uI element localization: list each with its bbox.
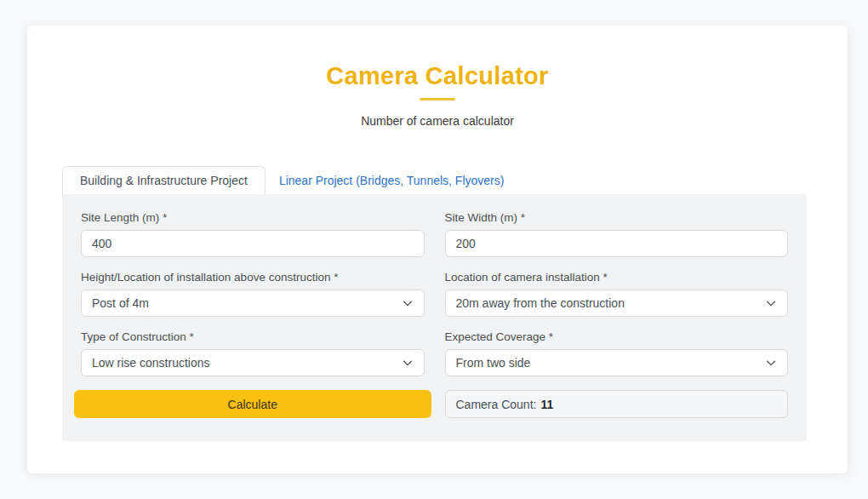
camera-count-label: Camera Count:	[456, 398, 537, 411]
chevron-down-icon	[402, 297, 414, 309]
expected-coverage-label: Expected Coverage *	[445, 330, 789, 343]
tab-building-infrastructure[interactable]: Building & Infrastructure Project	[62, 166, 266, 194]
tab-bar: Building & Infrastructure Project Linear…	[62, 166, 517, 194]
title-underline	[420, 98, 455, 100]
installation-height-select[interactable]: Post of 4m	[81, 290, 425, 317]
field-site-width: Site Width (m) *	[445, 211, 789, 257]
page-subtitle: Number of camera calculator	[27, 114, 848, 128]
calculate-button[interactable]: Calculate	[74, 390, 431, 418]
tab-linear-project[interactable]: Linear Project (Bridges, Tunnels, Flyove…	[266, 166, 518, 194]
expected-coverage-select[interactable]: From two side	[445, 349, 789, 376]
site-length-input[interactable]	[81, 230, 425, 257]
page-title: Camera Calculator	[27, 61, 848, 90]
field-construction-type: Type of Construction * Low rise construc…	[81, 330, 425, 376]
chevron-down-icon	[402, 357, 414, 369]
field-installation-height: Height/Location of installation above co…	[81, 271, 425, 317]
form-grid: Site Length (m) * Site Width (m) * Heigh…	[81, 211, 788, 418]
installation-height-label: Height/Location of installation above co…	[81, 271, 425, 284]
form-panel: Site Length (m) * Site Width (m) * Heigh…	[62, 194, 807, 441]
installation-location-label: Location of camera installation *	[445, 271, 789, 284]
installation-location-selected-value: 20m away from the construction	[456, 296, 625, 310]
site-width-label: Site Width (m) *	[445, 211, 789, 224]
installation-height-selected-value: Post of 4m	[92, 296, 149, 310]
field-installation-location: Location of camera installation * 20m aw…	[445, 271, 789, 317]
chevron-down-icon	[765, 357, 777, 369]
camera-count-value: 11	[540, 398, 553, 411]
site-length-label: Site Length (m) *	[81, 211, 425, 224]
tab-building-infrastructure-label: Building & Infrastructure Project	[80, 174, 248, 187]
camera-calculator-card: Camera Calculator Number of camera calcu…	[27, 26, 848, 473]
expected-coverage-selected-value: From two side	[456, 356, 531, 370]
chevron-down-icon	[765, 297, 777, 309]
construction-type-label: Type of Construction *	[81, 330, 425, 343]
header: Camera Calculator Number of camera calcu…	[27, 26, 848, 128]
tab-linear-project-label: Linear Project (Bridges, Tunnels, Flyove…	[279, 174, 505, 187]
field-site-length: Site Length (m) *	[81, 211, 425, 257]
site-width-input[interactable]	[445, 230, 789, 257]
camera-count-box: Camera Count: 11	[445, 390, 789, 418]
field-expected-coverage: Expected Coverage * From two side	[445, 330, 789, 376]
construction-type-selected-value: Low rise constructions	[92, 356, 210, 370]
construction-type-select[interactable]: Low rise constructions	[81, 349, 425, 376]
installation-location-select[interactable]: 20m away from the construction	[445, 290, 789, 317]
